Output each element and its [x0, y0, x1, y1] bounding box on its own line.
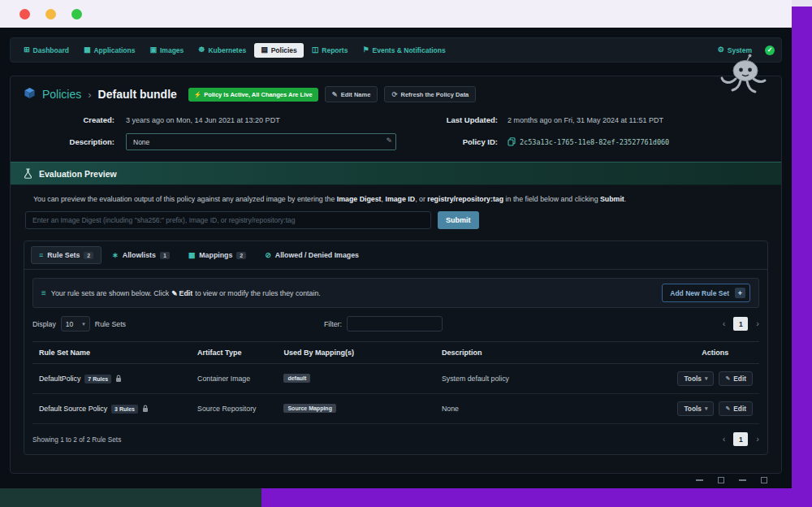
window-controls	[696, 477, 767, 483]
col-artifact-type: Artifact Type	[191, 342, 277, 364]
meta-row-dates: Created: 3 years ago on Mon, 14 Jun 2021…	[24, 115, 768, 124]
tab-label: Allowed / Denied Images	[275, 251, 359, 259]
nav-label: Applications	[93, 46, 135, 54]
tab-rule-sets[interactable]: ≡ Rule Sets 2	[31, 246, 102, 264]
breadcrumb-policies[interactable]: Policies	[42, 88, 81, 101]
images-icon: ▣	[149, 46, 157, 54]
ban-icon: ⊘	[265, 251, 271, 259]
zoom-window-icon[interactable]	[71, 9, 82, 20]
pencil-icon: ✎	[725, 405, 730, 412]
nav-item-reports[interactable]: ◫ Reports	[305, 43, 355, 58]
nav-item-kubernetes[interactable]: ☸ Kubernetes	[192, 43, 253, 58]
prev-page-icon[interactable]: ‹	[723, 435, 726, 444]
list-icon: ≡	[39, 251, 43, 259]
pagination-bottom: ‹ 1 ›	[723, 432, 759, 446]
dashboard-icon: ⊞	[24, 46, 30, 54]
tools-button[interactable]: Tools ▾	[677, 401, 714, 416]
submit-button[interactable]: Submit	[438, 211, 479, 229]
tab-allowlists[interactable]: ∗ Allowlists 1	[104, 246, 178, 264]
display-suffix: Rule Sets	[95, 320, 126, 328]
wallpaper-right-strip	[792, 6, 812, 507]
image-id-term: Image ID	[385, 195, 415, 203]
rules-count-badge: 3 Rules	[111, 405, 138, 414]
rule-set-name-cell: Default Source Policy 3 Rules	[39, 405, 184, 414]
check-icon: ✓	[767, 46, 773, 54]
restore-icon[interactable]	[761, 477, 767, 483]
mapping-badge[interactable]: default	[283, 374, 310, 383]
instr-text: .	[624, 195, 626, 203]
showing-text: Showing 1 to 2 of 2 Rule Sets	[32, 436, 121, 444]
minimize-window-icon[interactable]	[45, 9, 56, 20]
instr-text: You can preview the evaluation output of…	[33, 195, 337, 203]
policy-id-value: 2c53a13c-1765-11e8-82ef-23527761d060	[520, 138, 669, 146]
tab-label: Mappings	[199, 251, 232, 259]
col-rule-set-name: Rule Set Name	[32, 342, 191, 364]
plus-icon: +	[735, 288, 745, 298]
reports-icon: ◫	[312, 46, 319, 54]
description-label: Description:	[24, 137, 114, 146]
rule-sets-card: ≡ Rule Sets 2 ∗ Allowlists 1 ▦ Mappings …	[24, 240, 768, 455]
copy-policy-id-icon[interactable]	[508, 137, 516, 146]
maximize-icon[interactable]	[718, 477, 724, 483]
minimize-icon[interactable]	[696, 479, 703, 481]
filter-group: Filter:	[324, 316, 443, 332]
display-count-select[interactable]: 10 ▾	[61, 316, 90, 332]
edit-rule-set-button[interactable]: ✎ Edit	[719, 401, 753, 416]
tab-count-badge: 2	[236, 252, 246, 259]
image-digest-input[interactable]	[25, 211, 431, 229]
info-edit-label: Edit	[179, 289, 193, 297]
rule-sets-body: ≡ Your rule sets are shown below. Click …	[24, 270, 767, 454]
desktop: ⊞ Dashboard ▦ Applications ▣ Images ☸ Ku…	[0, 0, 812, 507]
evaluation-title: Evaluation Preview	[39, 169, 117, 179]
edit-rule-set-button[interactable]: ✎ Edit	[719, 371, 753, 386]
created-value: 3 years ago on Mon, 14 Jun 2021 at 13:20…	[126, 116, 428, 124]
evaluation-input-row: Submit	[24, 211, 768, 229]
table-controls: Display 10 ▾ Rule Sets Filter: ‹ 1	[32, 316, 759, 332]
nav-label: System	[728, 46, 752, 54]
tools-button[interactable]: Tools ▾	[677, 371, 714, 386]
description-input[interactable]	[126, 133, 396, 150]
background-window-strip	[0, 488, 261, 507]
policies-icon: ▤	[261, 46, 268, 54]
page-number-button[interactable]: 1	[733, 432, 748, 446]
evaluation-instructions: You can preview the evaluation output of…	[24, 195, 768, 203]
app-window: ⊞ Dashboard ▦ Applications ▣ Images ☸ Ku…	[0, 28, 792, 488]
table-footer: Showing 1 to 2 of 2 Rule Sets ‹ 1 ›	[32, 432, 759, 446]
nav-item-events[interactable]: ⚑ Events & Notifications	[356, 43, 451, 58]
evaluation-preview-header: Evaluation Preview	[11, 162, 781, 185]
tab-mappings[interactable]: ▦ Mappings 2	[180, 246, 254, 264]
nav-label: Images	[160, 46, 184, 54]
next-page-icon[interactable]: ›	[756, 435, 759, 444]
pencil-icon: ✎	[725, 375, 730, 382]
mapping-badge[interactable]: Source Mapping	[283, 404, 335, 413]
prev-page-icon[interactable]: ‹	[723, 319, 726, 328]
policy-detail-panel: Policies › Default bundle ⚡ Policy Is Ac…	[10, 76, 782, 474]
list-icon: ≡	[41, 288, 46, 297]
col-description: Description	[435, 342, 672, 364]
table-row: DefaultPolicy 7 Rules Container Image de…	[32, 364, 759, 394]
refresh-icon: ⟳	[391, 90, 397, 98]
nav-item-images[interactable]: ▣ Images	[143, 43, 190, 58]
nav-label: Dashboard	[33, 46, 69, 54]
dash-icon[interactable]	[739, 479, 746, 481]
policies-cube-icon	[24, 87, 36, 102]
chevron-down-icon: ▾	[705, 405, 708, 412]
rules-count-badge: 7 Rules	[84, 375, 111, 384]
add-rule-set-button[interactable]: Add New Rule Set +	[662, 284, 750, 302]
nav-item-policies[interactable]: ▤ Policies	[254, 43, 304, 58]
applications-icon: ▦	[84, 46, 91, 54]
description-input-wrap: ✎	[126, 133, 396, 150]
edit-name-button[interactable]: ✎ Edit Name	[325, 86, 378, 102]
refresh-policy-button[interactable]: ⟳ Refresh the Policy Data	[384, 86, 476, 102]
artifact-type-cell: Container Image	[191, 364, 277, 394]
breadcrumb-separator: ›	[88, 89, 91, 101]
tab-allowed-denied[interactable]: ⊘ Allowed / Denied Images	[257, 246, 367, 264]
filter-input[interactable]	[347, 316, 443, 332]
nav-item-applications[interactable]: ▦ Applications	[77, 43, 142, 58]
nav-item-dashboard[interactable]: ⊞ Dashboard	[17, 43, 76, 58]
next-page-icon[interactable]: ›	[756, 319, 759, 328]
page-number-button[interactable]: 1	[733, 317, 748, 331]
close-window-icon[interactable]	[19, 9, 30, 20]
table-row: Default Source Policy 3 Rules Source Rep…	[32, 394, 759, 424]
edit-description-icon[interactable]: ✎	[386, 136, 392, 145]
